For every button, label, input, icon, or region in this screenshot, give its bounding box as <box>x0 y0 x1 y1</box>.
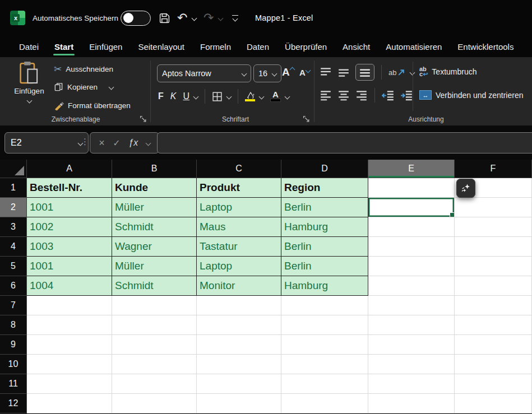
column-header-D[interactable]: D <box>281 160 368 178</box>
cell-C3[interactable]: Maus <box>197 217 281 237</box>
wrap-text-button[interactable]: abc↩ Textumbruch <box>419 67 477 77</box>
align-center-icon[interactable] <box>337 90 350 101</box>
cell-F2[interactable] <box>455 198 532 217</box>
cell-F10[interactable] <box>455 355 532 374</box>
font-color-dropdown-icon[interactable] <box>285 94 290 99</box>
cell-C10[interactable] <box>197 355 281 374</box>
cell-D11[interactable] <box>281 374 368 394</box>
cell-D8[interactable] <box>281 315 368 335</box>
cell-C6[interactable]: Monitor <box>197 276 281 296</box>
cell-C4[interactable]: Tastatur <box>197 237 281 257</box>
underline-dropdown-icon[interactable] <box>193 94 199 99</box>
tab-seitenlayout[interactable]: Seitenlayout <box>130 36 192 57</box>
row-header-8[interactable]: 8 <box>0 315 27 335</box>
row-header-3[interactable]: 3 <box>0 217 27 237</box>
cell-A11[interactable] <box>27 374 112 394</box>
name-box[interactable]: E2 <box>4 132 89 153</box>
undo-dropdown-icon[interactable] <box>192 11 196 25</box>
cell-E3[interactable] <box>368 217 455 237</box>
cell-F3[interactable] <box>455 217 532 237</box>
cell-E7[interactable] <box>368 296 455 315</box>
bold-button[interactable]: F <box>158 91 164 101</box>
tab-automatisieren[interactable]: Automatisieren <box>378 36 450 57</box>
cell-E6[interactable] <box>368 276 455 296</box>
cell-E9[interactable] <box>368 335 455 355</box>
row-header-6[interactable]: 6 <box>0 276 27 296</box>
paste-dropdown-icon[interactable] <box>26 98 32 104</box>
tab-ansicht[interactable]: Ansicht <box>335 36 378 57</box>
column-header-A[interactable]: A <box>27 160 112 178</box>
cell-D7[interactable] <box>281 296 368 315</box>
confirm-entry-icon[interactable]: ✓ <box>113 138 120 148</box>
cell-B9[interactable] <box>112 335 197 355</box>
tab-formeln[interactable]: Formeln <box>192 36 239 57</box>
cell-A5[interactable]: 1001 <box>27 257 112 276</box>
cell-F4[interactable] <box>455 237 532 257</box>
increase-indent-icon[interactable] <box>400 90 413 101</box>
excel-app-icon[interactable]: x <box>10 11 25 25</box>
cell-F5[interactable] <box>455 257 532 276</box>
tab-daten[interactable]: Daten <box>239 36 277 57</box>
cell-D3[interactable]: Hamburg <box>281 217 368 237</box>
row-header-5[interactable]: 5 <box>0 257 27 276</box>
cell-D10[interactable] <box>281 355 368 374</box>
cell-D1[interactable]: Region <box>281 178 368 198</box>
tab-einfuegen[interactable]: Einfügen <box>81 36 130 57</box>
align-bottom-icon[interactable] <box>355 64 374 81</box>
cell-A3[interactable]: 1002 <box>27 217 112 237</box>
copy-button[interactable]: Kopieren <box>54 82 113 92</box>
cell-C1[interactable]: Produkt <box>197 178 281 198</box>
cell-A1[interactable]: Bestell-Nr. <box>27 178 112 198</box>
cell-D9[interactable] <box>281 335 368 355</box>
format-painter-button[interactable]: Format übertragen <box>54 100 131 110</box>
row-header-9[interactable]: 9 <box>0 335 27 355</box>
insert-function-icon[interactable]: ƒx <box>128 138 138 148</box>
cell-C9[interactable] <box>197 335 281 355</box>
cell-F11[interactable] <box>455 374 532 394</box>
italic-button[interactable]: K <box>170 91 177 101</box>
cell-E4[interactable] <box>368 237 455 257</box>
tab-ueberpruefen[interactable]: Überprüfen <box>277 36 335 57</box>
cancel-entry-icon[interactable]: × <box>99 137 105 149</box>
row-header-10[interactable]: 10 <box>0 355 27 374</box>
cell-A10[interactable] <box>27 355 112 374</box>
row-header-1[interactable]: 1 <box>0 178 27 198</box>
cell-B11[interactable] <box>112 374 197 394</box>
cell-A6[interactable]: 1004 <box>27 276 112 296</box>
cell-C5[interactable]: Laptop <box>197 257 281 276</box>
column-header-C[interactable]: C <box>197 160 281 178</box>
tab-start[interactable]: Start <box>47 36 81 57</box>
align-right-icon[interactable] <box>355 90 368 101</box>
fill-color-dropdown-icon[interactable] <box>259 94 265 99</box>
cell-A4[interactable]: 1003 <box>27 237 112 257</box>
paste-button[interactable]: Einfügen <box>11 61 47 112</box>
cell-B8[interactable] <box>112 315 197 335</box>
decrease-indent-icon[interactable] <box>382 90 395 101</box>
cell-B1[interactable]: Kunde <box>112 178 197 198</box>
cell-C12[interactable] <box>197 394 281 413</box>
font-size-combobox[interactable]: 16 <box>253 64 281 82</box>
redo-dropdown-icon[interactable] <box>219 11 223 25</box>
cut-button[interactable]: ✂ Ausschneiden <box>54 63 113 75</box>
font-color-icon[interactable]: A <box>270 91 281 102</box>
cell-A2[interactable]: 1001 <box>27 198 112 217</box>
customize-toolbar-icon[interactable] <box>232 11 238 25</box>
copilot-sparkle-button[interactable] <box>456 179 475 198</box>
undo-icon[interactable]: ↶ <box>177 11 187 25</box>
cell-B2[interactable]: Müller <box>112 198 197 217</box>
cell-D5[interactable]: Berlin <box>281 257 368 276</box>
tab-entwicklertools[interactable]: Entwicklertools <box>450 36 521 57</box>
row-header-11[interactable]: 11 <box>0 374 27 394</box>
cell-C7[interactable] <box>197 296 281 315</box>
column-header-F[interactable]: F <box>455 160 532 178</box>
cell-C11[interactable] <box>197 374 281 394</box>
column-header-B[interactable]: B <box>112 160 197 178</box>
borders-icon[interactable] <box>212 91 223 102</box>
font-dialog-launcher-icon[interactable] <box>303 115 311 123</box>
fill-color-icon[interactable] <box>245 91 255 101</box>
cell-B7[interactable] <box>112 296 197 315</box>
copy-dropdown-icon[interactable] <box>109 84 114 90</box>
cell-D6[interactable]: Hamburg <box>281 276 368 296</box>
cell-B4[interactable]: Wagner <box>112 237 197 257</box>
cell-C8[interactable] <box>197 315 281 335</box>
